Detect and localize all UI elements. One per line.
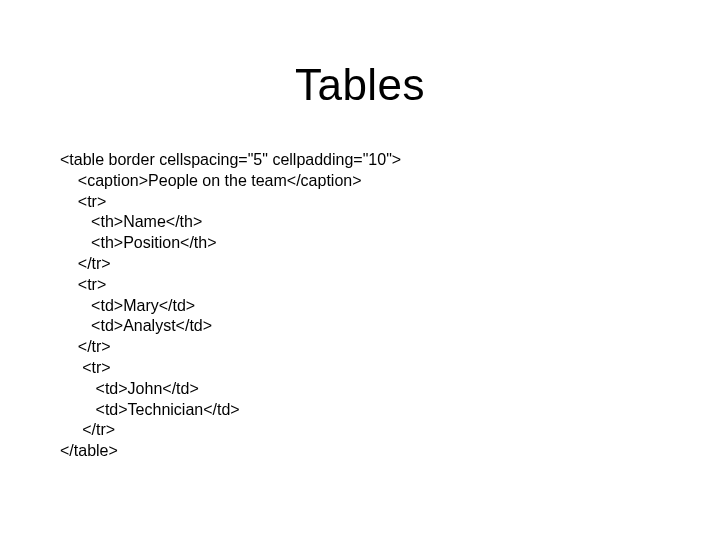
- slide: Tables <table border cellspacing="5" cel…: [0, 0, 720, 540]
- code-example: <table border cellspacing="5" cellpaddin…: [60, 150, 401, 462]
- slide-title: Tables: [0, 60, 720, 110]
